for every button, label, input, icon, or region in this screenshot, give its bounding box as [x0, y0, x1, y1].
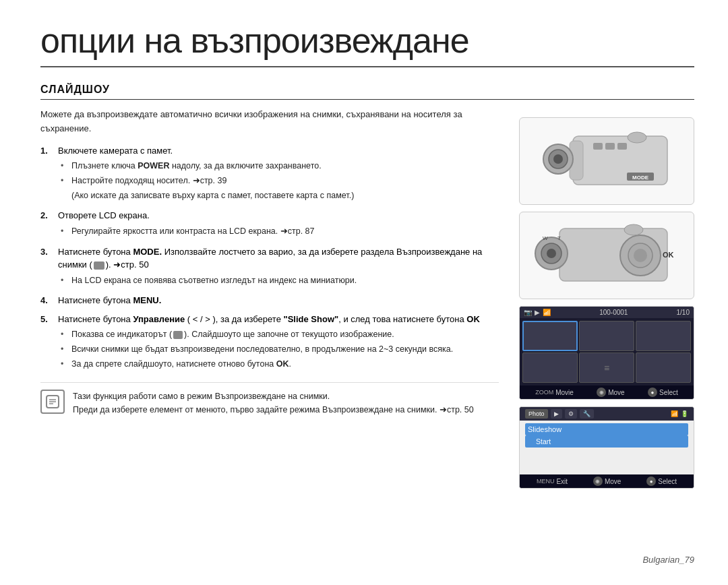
lcd-zoom-item: ZOOM Movie: [535, 388, 574, 397]
svg-point-14: [628, 132, 646, 143]
menu-item-empty-1: [525, 448, 688, 460]
lcd-top-icons: 📷 ▶ 📶: [524, 309, 551, 316]
camera-panel-2: W T OK: [519, 212, 694, 299]
page-number: Bulgarian_79: [642, 555, 694, 565]
camera-icon: 📷: [524, 309, 532, 316]
step-2-content: Отворете LCD екрана. • Регулирайте яркос…: [58, 209, 499, 239]
menu-select-item: ● Select: [646, 476, 677, 486]
note-box: Тази функция работи само в режим Възпрои…: [40, 382, 499, 423]
step-3-content: Натиснете бутона MODE. Използвайте лостч…: [58, 245, 499, 289]
svg-rect-10: [605, 143, 615, 150]
step-1-sub-3: • (Ако искате да записвате върху карта с…: [61, 189, 499, 202]
camera-panel-1: MODE: [519, 117, 694, 205]
play-icon: ▶: [535, 309, 540, 316]
menu-tab-photo: Photo: [525, 409, 548, 419]
intro-paragraph: Можете да възпроизвеждате автоматично вс…: [40, 108, 499, 136]
menu-exit-label: Exit: [556, 478, 568, 485]
menu-item-start: Start: [525, 435, 688, 448]
lcd-zoom-label: Movie: [555, 389, 574, 396]
step-3-sub-1: • На LCD екрана се появява съответно изг…: [61, 274, 499, 287]
step-5-number: 5.: [40, 313, 53, 373]
step-4-content: Натиснете бутона MENU.: [58, 294, 499, 307]
svg-point-23: [634, 249, 647, 262]
menu-move-icon: ⊕: [593, 476, 603, 486]
thumb-4: [522, 352, 578, 383]
page-footer: Bulgarian_79: [40, 551, 694, 565]
signal-icon-2: 📶: [671, 410, 678, 417]
menu-item-slideshow: Slideshow: [525, 423, 688, 435]
steps-list: 1. Включете камерата с памет. • Плъзнете…: [40, 144, 499, 373]
svg-text:W: W: [543, 235, 548, 241]
svg-point-18: [547, 249, 556, 258]
step-5: 5. Натиснете бутона Управление ( < / > )…: [40, 313, 499, 373]
lcd-select-label: Select: [659, 389, 678, 396]
menu-exit-item: MENU Exit: [537, 476, 568, 486]
page-title: опции на възпроизвеждане: [40, 20, 694, 67]
thumbnail-grid: ≡: [520, 318, 694, 386]
step-1-sub-1: • Плъзнете ключа POWER надолу, за да вкл…: [61, 160, 499, 173]
step-1-content: Включете камерата с памет. • Плъзнете кл…: [58, 144, 499, 204]
menu-bottom-bar: MENU Exit ⊕ Move ● Select: [520, 474, 694, 488]
svg-point-25: [624, 224, 643, 235]
section-heading: СЛАЙДШОУ: [40, 84, 694, 100]
menu-top-bar: Photo ▶ ⚙ 🔧 📶 🔋: [520, 407, 694, 421]
step-5-content: Натиснете бутона Управление ( < / > ), з…: [58, 313, 499, 373]
note-icon: [40, 390, 65, 414]
lcd-select-item: ● Select: [648, 388, 678, 397]
step-1-number: 1.: [40, 144, 53, 204]
svg-text:OK: OK: [663, 251, 674, 259]
svg-rect-9: [593, 143, 603, 150]
svg-rect-11: [617, 143, 627, 150]
menu-top-right: 📶 🔋: [671, 410, 688, 417]
menu-move-item: ⊕ Move: [593, 476, 621, 486]
menu-tab-3: ⚙: [565, 409, 577, 419]
menu-tabs: Photo ▶ ⚙ 🔧: [525, 409, 594, 419]
step-5-sub-1: • Показва се индикаторът (). Слайдшоуто …: [61, 328, 499, 341]
right-panels: MODE W T: [519, 108, 694, 551]
step-2-number: 2.: [40, 209, 53, 239]
signal-icon: 📶: [543, 309, 551, 316]
lcd-page: 1/10: [677, 309, 690, 316]
step-5-sub-3: • За да спрете слайдшоуто, натиснете отн…: [61, 358, 499, 371]
thumb-1: [522, 321, 578, 351]
note-text: Тази функция работи само в режим Възпрои…: [73, 390, 474, 417]
thumb-5: ≡: [579, 352, 634, 383]
step-4-number: 4.: [40, 294, 53, 307]
svg-point-8: [553, 154, 563, 164]
menu-select-label: Select: [658, 478, 677, 485]
step-2: 2. Отворете LCD екрана. • Регулирайте яр…: [40, 209, 499, 239]
lcd-move-label: Move: [608, 389, 624, 396]
move-btn-icon: ⊕: [597, 388, 606, 397]
lcd-bottom-bar: ZOOM Movie ⊕ Move ● Select: [520, 386, 694, 399]
step-3-number: 3.: [40, 245, 53, 289]
step-1-sub-2: • Настройте подходящ носител. ➜стр. 39: [61, 175, 499, 187]
select-btn-icon: ●: [648, 388, 657, 397]
lcd-move-item: ⊕ Move: [597, 388, 624, 397]
step-2-sub-1: • Регулирайте яркостта или контраста на …: [61, 225, 499, 238]
step-5-sub-2: • Всички снимки ще бъдат възпроизведени …: [61, 343, 499, 356]
step-1: 1. Включете камерата с памет. • Плъзнете…: [40, 144, 499, 204]
thumb-6: [636, 352, 691, 383]
step-3: 3. Натиснете бутона MODE. Използвайте ло…: [40, 245, 499, 289]
menu-select-icon: ●: [646, 476, 656, 486]
menu-lcd-panel: Photo ▶ ⚙ 🔧 📶 🔋 Slideshow Sta: [519, 406, 694, 489]
thumb-3: [636, 321, 691, 351]
menu-body: Slideshow Start: [520, 421, 694, 474]
svg-text:MODE: MODE: [632, 175, 649, 181]
menu-tab-2: ▶: [551, 409, 562, 419]
thumb-2: [579, 321, 634, 351]
svg-text:T: T: [557, 235, 561, 241]
lcd-thumbnail-panel: 📷 ▶ 📶 100-0001 1/10 ≡: [519, 306, 694, 400]
menu-item-empty-2: [525, 460, 688, 472]
battery-icon: 🔋: [681, 410, 688, 417]
menu-tab-4: 🔧: [580, 409, 594, 419]
menu-move-label: Move: [605, 478, 621, 485]
lcd-counter: 100-0001: [599, 309, 628, 316]
step-4: 4. Натиснете бутона MENU.: [40, 294, 499, 307]
